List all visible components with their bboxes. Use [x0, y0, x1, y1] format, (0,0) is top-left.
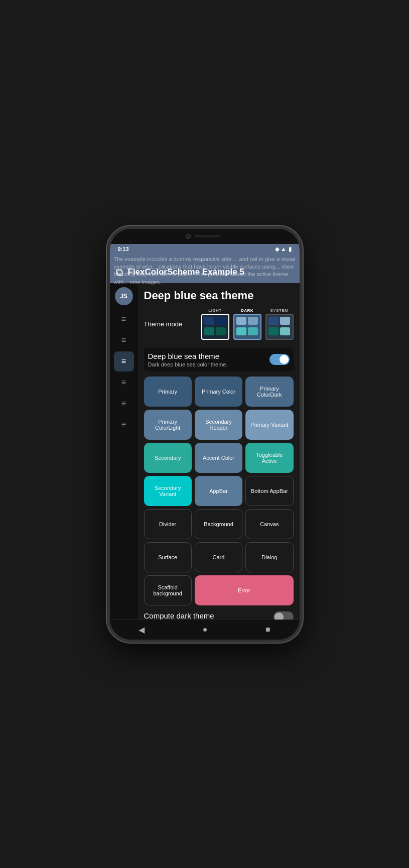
main-layout: JS ≡ ≡ ≡ ≡ ≡ ≡ Deep blue sea theme Theme… [110, 283, 300, 619]
sidebar: JS ≡ ≡ ≡ ≡ ≡ ≡ [110, 283, 138, 619]
light-c3 [204, 327, 214, 335]
app-bar: The example includes a dummy responsive … [110, 255, 300, 283]
color-btn-background[interactable]: Background [195, 509, 242, 539]
avatar[interactable]: JS [115, 287, 133, 305]
level-section: LEVEL 35 % [274, 611, 294, 619]
sidebar-item-1[interactable]: ≡ [114, 330, 134, 350]
theme-toggle-switch[interactable] [269, 354, 290, 365]
color-btn-accent-color[interactable]: Accent Color [195, 443, 242, 473]
compute-section: Compute dark theme From the light scheme… [144, 611, 294, 619]
toggle-text: Deep blue sea theme Dark deep blue sea c… [148, 352, 228, 367]
dark-grid[interactable] [233, 314, 261, 340]
color-btn-divider[interactable]: Divider [144, 509, 192, 539]
color-btn-primary-colordark[interactable]: Primary ColorDark [245, 377, 293, 407]
color-btn-appbar[interactable]: AppBar [195, 476, 242, 506]
signal-icon: ▲ [281, 246, 287, 252]
sidebar-item-0[interactable]: ≡ [114, 309, 134, 329]
battery-icon: ▮ [289, 246, 292, 253]
dark-c3 [236, 327, 246, 335]
theme-option-light[interactable]: LIGHT [201, 308, 229, 340]
toggle-name: Deep blue sea theme [148, 352, 228, 360]
status-bar: 9:13 ◆ ▲ ▮ [110, 244, 300, 255]
phone-content: 9:13 ◆ ▲ ▮ The example includes a dummy … [110, 244, 300, 640]
nav-back[interactable]: ◀ [134, 621, 149, 639]
color-btn-primary[interactable]: Primary [144, 377, 192, 407]
light-c4 [216, 327, 226, 335]
bottom-nav: ◀ ● ■ [110, 619, 300, 640]
theme-toggle-section: Deep blue sea theme Dark deep blue sea c… [144, 348, 294, 371]
color-btn-primary-variant[interactable]: Primary Variant [245, 410, 293, 440]
compute-row: Compute dark theme From the light scheme… [144, 611, 294, 619]
notch-area [110, 229, 300, 244]
app-title: FlexColorScheme Example 5 [128, 267, 244, 277]
color-btn-secondary-variant[interactable]: Secondary Variant [144, 476, 192, 506]
dark-label: DARK [241, 308, 253, 313]
dark-c2 [248, 317, 258, 325]
system-c2 [280, 317, 290, 325]
compute-title: Compute dark theme [144, 611, 234, 619]
sidebar-item-4[interactable]: ≡ [114, 394, 134, 414]
nav-home[interactable]: ● [199, 621, 212, 638]
color-btn-primary-color[interactable]: Primary Color [195, 377, 242, 407]
main-content: Deep blue sea theme Theme mode LIGHT [138, 283, 300, 619]
nav-recents[interactable]: ■ [261, 621, 275, 638]
side-button[interactable] [301, 369, 303, 400]
dark-c1 [236, 317, 246, 325]
color-btn-scaffold-background[interactable]: Scaffold background [144, 575, 192, 605]
color-btn-primary-colorlight[interactable]: Primary ColorLight [144, 410, 192, 440]
theme-title: Deep blue sea theme [144, 289, 294, 302]
color-buttons-grid: Primary Primary Color Primary ColorDark … [144, 377, 294, 605]
system-grid[interactable] [265, 314, 294, 340]
color-btn-toggleable-active[interactable]: Toggleable Active [245, 443, 293, 473]
toggle-desc: Dark deep blue sea color theme. [148, 361, 228, 367]
copy-icon[interactable]: ⧉ [116, 267, 123, 278]
theme-mode-row: Theme mode LIGHT DARK [144, 308, 294, 340]
color-btn-secondary[interactable]: Secondary [144, 443, 192, 473]
color-btn-secondary-header[interactable]: Secondary Header [195, 410, 242, 440]
system-c4 [280, 327, 290, 335]
camera [186, 234, 191, 239]
status-time: 9:13 [118, 246, 129, 252]
color-btn-canvas[interactable]: Canvas [245, 509, 293, 539]
system-label: SYSTEM [270, 308, 289, 313]
light-c2 [216, 317, 226, 325]
app-bar-top: ⧉ FlexColorScheme Example 5 [116, 259, 294, 278]
sidebar-item-2[interactable]: ≡ [114, 351, 134, 371]
theme-mode-label: Theme mode [144, 320, 197, 328]
dark-c4 [248, 327, 258, 335]
compute-text: Compute dark theme From the light scheme… [144, 611, 234, 619]
system-c3 [268, 327, 279, 335]
sidebar-item-5[interactable]: ≡ [114, 415, 134, 435]
color-btn-error[interactable]: Error [195, 575, 294, 605]
theme-toggle-row: Deep blue sea theme Dark deep blue sea c… [148, 352, 290, 367]
status-icons: ◆ ▲ ▮ [275, 246, 292, 253]
color-btn-bottom-appbar[interactable]: Bottom AppBar [245, 476, 293, 506]
color-btn-surface[interactable]: Surface [144, 542, 192, 572]
light-label: LIGHT [208, 308, 222, 313]
light-grid[interactable] [201, 314, 229, 340]
wifi-icon: ◆ [275, 246, 279, 253]
theme-option-system[interactable]: SYSTEM [265, 308, 294, 340]
sidebar-item-3[interactable]: ≡ [114, 373, 134, 393]
color-btn-card[interactable]: Card [195, 542, 242, 572]
system-c1 [268, 317, 279, 325]
speaker [195, 235, 220, 237]
compute-toggle[interactable] [274, 611, 294, 619]
color-btn-dialog[interactable]: Dialog [245, 542, 293, 572]
phone-frame: 9:13 ◆ ▲ ▮ The example includes a dummy … [107, 226, 303, 643]
theme-option-dark[interactable]: DARK [233, 308, 261, 340]
light-c1 [204, 317, 214, 325]
